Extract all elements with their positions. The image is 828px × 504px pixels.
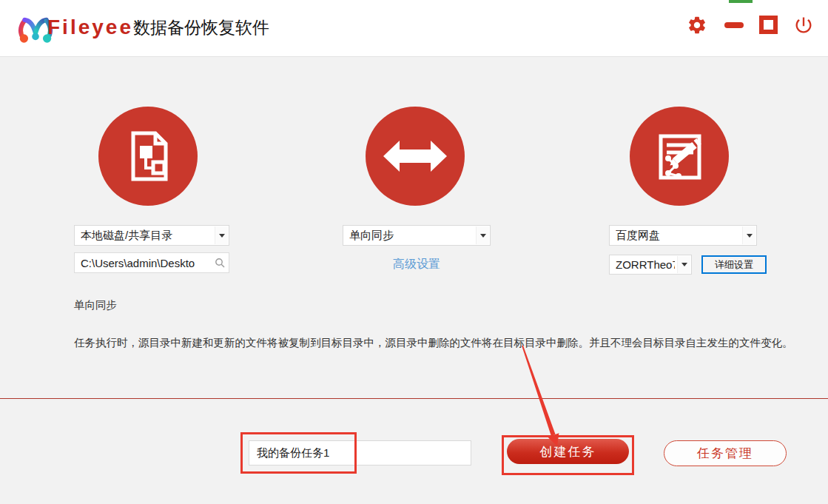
power-close-icon[interactable] bbox=[793, 15, 814, 36]
sync-mode-value: 单向同步 bbox=[349, 226, 474, 245]
search-icon bbox=[215, 258, 225, 268]
title-bar: Fileyee 数据备份恢复软件 bbox=[0, 0, 828, 57]
detail-settings-button[interactable]: 详细设置 bbox=[701, 255, 767, 274]
sync-mode-dropdown[interactable]: 单向同步 bbox=[343, 225, 491, 246]
target-step-circle bbox=[630, 107, 729, 206]
source-type-dropdown[interactable]: 本地磁盘/共享目录 bbox=[74, 225, 229, 246]
account-value: ZORRTheo70 bbox=[616, 255, 675, 275]
chevron-down-icon bbox=[742, 226, 755, 244]
chevron-down-icon bbox=[215, 226, 228, 244]
document-blocks-icon bbox=[98, 107, 198, 206]
account-dropdown[interactable]: ZORRTheo70 bbox=[609, 255, 692, 275]
chevron-down-icon bbox=[677, 256, 690, 273]
advanced-settings-link[interactable]: 高级设置 bbox=[343, 257, 491, 272]
target-type-dropdown[interactable]: 百度网盘 bbox=[609, 225, 757, 246]
sync-mode-circle bbox=[366, 107, 465, 206]
source-step-circle bbox=[98, 107, 198, 206]
chevron-down-icon bbox=[476, 226, 489, 244]
section-divider bbox=[0, 398, 828, 399]
double-arrow-icon bbox=[366, 107, 465, 206]
source-path-input[interactable] bbox=[74, 252, 229, 273]
settings-gear-icon[interactable] bbox=[687, 15, 707, 36]
sync-mode-description: 任务执行时，源目录中新建和更新的文件将被复制到目标目录中，源目录中删除的文件将在… bbox=[74, 334, 803, 352]
minimize-icon[interactable] bbox=[724, 22, 744, 28]
sync-mode-heading: 单向同步 bbox=[74, 298, 117, 312]
app-title: 数据备份恢复软件 bbox=[133, 16, 269, 39]
create-task-button[interactable]: 创建任务 bbox=[507, 439, 629, 464]
target-type-value: 百度网盘 bbox=[616, 226, 740, 245]
source-type-value: 本地磁盘/共享目录 bbox=[81, 226, 212, 245]
task-name-input[interactable] bbox=[249, 440, 471, 466]
maximize-icon[interactable] bbox=[759, 16, 778, 34]
task-manage-button[interactable]: 任务管理 bbox=[664, 440, 787, 466]
brand-name: Fileyee bbox=[47, 16, 133, 39]
document-pencil-icon bbox=[630, 107, 729, 206]
screen-edge-artifact bbox=[729, 0, 753, 3]
